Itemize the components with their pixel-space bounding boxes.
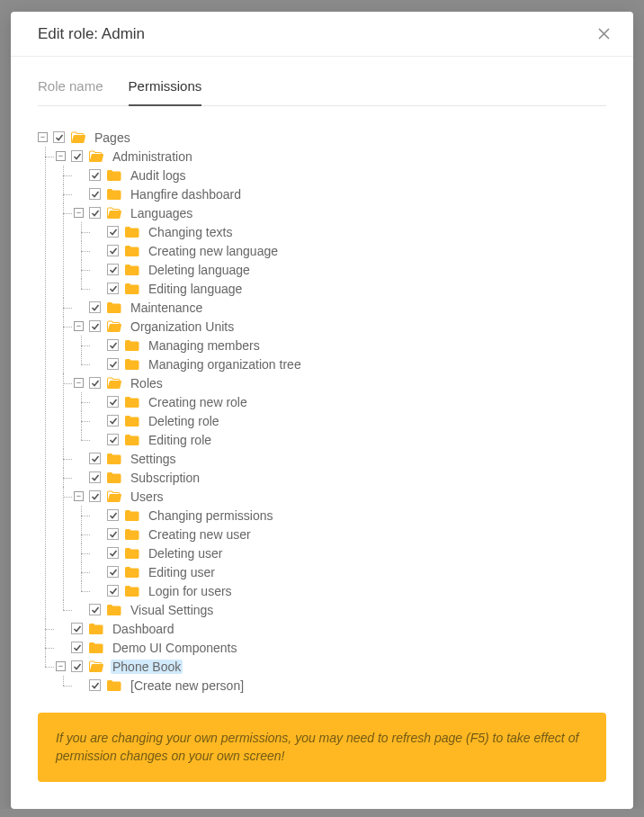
tree-node-label[interactable]: Deleting role (147, 414, 221, 428)
tree-node-label[interactable]: Managing members (147, 338, 262, 353)
folder-icon (89, 623, 103, 634)
folder-open-icon (107, 490, 121, 502)
tree-node-label[interactable]: Creating new user (147, 527, 253, 542)
permission-checkbox[interactable] (107, 283, 119, 294)
tree-node: Visual Settings (74, 600, 606, 619)
permission-checkbox[interactable] (71, 660, 83, 672)
tree-node-label[interactable]: Phone Book (111, 660, 183, 674)
permission-checkbox[interactable] (107, 528, 119, 540)
permission-checkbox[interactable] (89, 169, 101, 181)
collapse-toggle[interactable]: − (74, 491, 84, 501)
collapse-toggle[interactable]: − (74, 378, 84, 388)
tree-node-label[interactable]: Managing organization tree (147, 357, 303, 372)
permission-checkbox[interactable] (107, 226, 119, 238)
folder-icon (125, 566, 139, 578)
permission-checkbox[interactable] (107, 339, 119, 351)
tree-node: Creating new role (92, 392, 606, 411)
permission-checkbox[interactable] (89, 471, 101, 483)
permission-checkbox[interactable] (89, 377, 101, 389)
close-icon (598, 28, 610, 40)
tree-node-label[interactable]: Dashboard (111, 622, 176, 636)
tree-node-label[interactable]: Editing role (147, 433, 213, 447)
folder-icon (125, 585, 139, 597)
tree-node-label[interactable]: [Create new person] (129, 678, 246, 693)
tree-node-label[interactable]: Users (129, 489, 165, 504)
tree-node-label[interactable]: Settings (129, 452, 178, 466)
permission-checkbox[interactable] (107, 585, 119, 597)
permission-checkbox[interactable] (53, 131, 65, 143)
tree-node: Demo UI Components (56, 638, 606, 657)
tree-node-label[interactable]: Editing user (147, 565, 217, 579)
tree-node-label[interactable]: Roles (129, 376, 165, 391)
tree-node-label[interactable]: Login for users (147, 584, 234, 598)
tree-node: Settings (74, 449, 606, 468)
permission-checkbox[interactable] (89, 604, 101, 615)
permission-checkbox[interactable] (107, 264, 119, 275)
tree-node: −Pages (38, 128, 606, 147)
permission-checkbox[interactable] (89, 679, 101, 691)
tab-permissions[interactable]: Permissions (129, 78, 202, 106)
permission-checkbox[interactable] (89, 301, 101, 313)
permission-checkbox[interactable] (71, 623, 83, 634)
collapse-toggle[interactable]: − (56, 151, 66, 161)
tab-role-name[interactable]: Role name (38, 78, 103, 105)
permission-checkbox[interactable] (89, 188, 101, 200)
modal-body: Role name Permissions −Pages−Administrat… (11, 57, 633, 791)
permission-checkbox[interactable] (71, 150, 83, 162)
folder-icon (125, 547, 139, 559)
folder-open-icon (107, 207, 121, 219)
close-button[interactable] (595, 24, 613, 43)
folder-open-icon (107, 377, 121, 389)
permission-checkbox[interactable] (107, 415, 119, 426)
collapse-toggle[interactable]: − (38, 132, 48, 142)
tree-node-label[interactable]: Visual Settings (129, 603, 215, 617)
permission-checkbox[interactable] (107, 566, 119, 578)
tree-node-label[interactable]: Pages (93, 130, 132, 145)
folder-icon (107, 453, 121, 464)
tree-node: Editing language (92, 279, 606, 298)
folder-icon (89, 642, 103, 653)
permission-checkbox[interactable] (89, 453, 101, 464)
tree-node-label[interactable]: Deleting user (147, 546, 225, 561)
tree-node-label[interactable]: Languages (129, 206, 194, 220)
tree-node: Audit logs (74, 166, 606, 184)
tree-node-label[interactable]: Changing permissions (147, 508, 275, 523)
tree-node: Editing role (92, 430, 606, 449)
folder-icon (125, 434, 139, 445)
tree-node-label[interactable]: Deleting language (147, 263, 252, 277)
collapse-toggle[interactable]: − (74, 208, 84, 218)
collapse-toggle[interactable]: − (56, 661, 66, 671)
permission-checkbox[interactable] (71, 642, 83, 653)
permission-checkbox[interactable] (89, 490, 101, 502)
tree-node-label[interactable]: Editing language (147, 282, 244, 296)
permissions-tree: −Pages−AdministrationAudit logsHangfire … (38, 128, 606, 695)
tree-node-label[interactable]: Audit logs (129, 168, 187, 183)
permission-checkbox[interactable] (107, 245, 119, 256)
permission-checkbox[interactable] (107, 358, 119, 370)
tree-node-label[interactable]: Hangfire dashboard (129, 187, 243, 202)
permission-checkbox[interactable] (107, 547, 119, 559)
tree-node-label[interactable]: Creating new role (147, 395, 249, 409)
permission-checkbox[interactable] (107, 396, 119, 408)
folder-icon (125, 528, 139, 540)
tree-node-label[interactable]: Creating new language (147, 244, 280, 258)
permission-checkbox[interactable] (107, 509, 119, 521)
tree-node-label[interactable]: Changing texts (147, 225, 234, 239)
folder-icon (125, 396, 139, 408)
tree-node-label[interactable]: Organization Units (129, 319, 236, 334)
folder-icon (125, 245, 139, 256)
tree-node-label[interactable]: Subscription (129, 471, 201, 485)
tree-node: −Roles (74, 373, 606, 392)
tree-node-label[interactable]: Maintenance (129, 301, 204, 315)
tree-node: Creating new language (92, 241, 606, 260)
permission-checkbox[interactable] (107, 434, 119, 445)
tree-node: Dashboard (56, 619, 606, 638)
permission-checkbox[interactable] (89, 207, 101, 219)
permission-checkbox[interactable] (89, 320, 101, 332)
collapse-toggle[interactable]: − (74, 321, 84, 331)
tree-node-label[interactable]: Administration (111, 149, 194, 164)
folder-icon (107, 604, 121, 615)
modal-title: Edit role: Admin (38, 25, 145, 43)
folder-icon (107, 471, 121, 483)
tree-node-label[interactable]: Demo UI Components (111, 641, 239, 655)
